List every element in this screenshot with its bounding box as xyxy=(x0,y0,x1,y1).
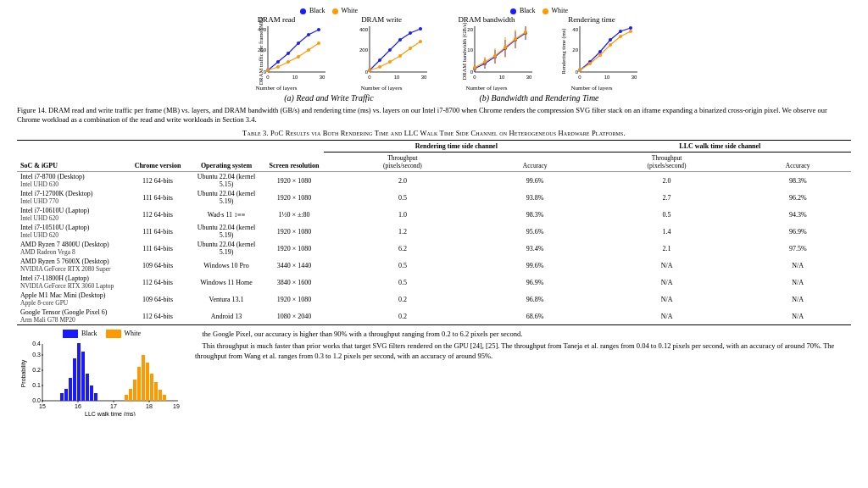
td-llc-accuracy: N/A xyxy=(744,308,851,325)
hist-black-bar-7 xyxy=(86,374,89,401)
td-llc-throughput: 2.0 xyxy=(589,172,745,190)
td-soc: Apple M1 Mac Mini (Desktop)Apple 8-core … xyxy=(17,291,127,308)
hist-white-legend: White xyxy=(106,330,141,338)
svg-text:30: 30 xyxy=(320,75,326,80)
td-llc-throughput: N/A xyxy=(589,274,745,291)
td-rt-accuracy: 99.6% xyxy=(481,257,589,274)
svg-text:0: 0 xyxy=(266,75,270,80)
hist-white-bar-2 xyxy=(129,389,132,401)
figure-caption: Figure 14. DRAM read and write traffic p… xyxy=(17,106,851,125)
svg-text:0: 0 xyxy=(578,75,581,80)
td-llc-throughput: 1.4 xyxy=(589,223,745,240)
td-llc-accuracy: 97.5% xyxy=(744,240,851,257)
td-rt-throughput: 0.5 xyxy=(324,274,481,291)
hist-black-bar-4 xyxy=(73,358,76,401)
black-legend-a: Black xyxy=(300,7,326,14)
td-chrome: 112 64-bits xyxy=(127,172,188,190)
td-os: Wad·s 11 ↕≡≡ xyxy=(188,206,264,223)
chart-dram-read: DRAM read 400 200 0 0 10 xyxy=(225,15,327,92)
hist-black-bar-5 xyxy=(77,343,81,401)
white-label-b: White xyxy=(551,7,568,14)
hist-white-bar-7 xyxy=(150,374,153,401)
svg-point-32 xyxy=(409,31,412,35)
chart-legend-b: Black White xyxy=(510,7,568,14)
svg-point-86 xyxy=(578,69,581,72)
hist-white-bar-5 xyxy=(142,355,145,401)
svg-point-11 xyxy=(297,42,300,45)
table-row: AMD Ryzen 7 4800U (Desktop)AMD Radeon Ve… xyxy=(17,240,851,257)
svg-point-39 xyxy=(419,40,422,43)
chart3-ylabel: DRAM bandwidth (GB/s) xyxy=(461,23,467,80)
hist-black-bar-6 xyxy=(81,352,85,401)
th-llc-accuracy: Accuracy xyxy=(744,152,851,172)
svg-text:10: 10 xyxy=(604,75,610,80)
td-soc: AMD Ryzen 5 7600X (Desktop)NVIDIA GeForc… xyxy=(17,257,127,274)
chart1-ylabel: DRAM traffic per frame (MB) xyxy=(258,18,264,86)
svg-point-29 xyxy=(378,58,381,62)
td-rt-throughput: 0.5 xyxy=(324,257,481,274)
td-rt-accuracy: 99.6% xyxy=(481,172,589,190)
td-chrome: 112 64-bits xyxy=(127,274,188,291)
td-soc: AMD Ryzen 7 4800U (Desktop)AMD Radeon Ve… xyxy=(17,240,127,257)
td-resolution: 1½0 × ±:80 xyxy=(264,206,324,223)
svg-point-33 xyxy=(419,27,422,30)
svg-text:400: 400 xyxy=(359,27,369,32)
svg-text:30: 30 xyxy=(526,75,532,80)
svg-text:30: 30 xyxy=(632,75,637,80)
hist-black-bar-3 xyxy=(69,378,72,401)
td-chrome: 109 64-bits xyxy=(127,291,188,308)
hist-black-legend: Black xyxy=(63,330,97,338)
white-label-a: White xyxy=(341,7,358,14)
td-soc: Intel i7-10610U (Laptop)Intel UHD 620 xyxy=(17,206,127,223)
svg-text:Probability: Probability xyxy=(20,359,27,387)
td-llc-throughput: N/A xyxy=(589,257,745,274)
svg-text:20: 20 xyxy=(572,47,578,53)
td-os: Ubuntu 22.04 (kernel 5.19) xyxy=(188,223,264,240)
chart-legend-a: Black White xyxy=(300,7,358,14)
table-body: Intel i7-8700 (Desktop)Intel UHD 630 112… xyxy=(17,172,851,325)
svg-point-19 xyxy=(317,42,320,45)
chart-rendering-time: Rendering time 40 20 0 0 10 30 xyxy=(541,15,643,92)
svg-text:10: 10 xyxy=(467,47,473,53)
chart1-xlabel: Number of layers xyxy=(225,85,327,92)
svg-point-38 xyxy=(409,47,412,50)
black-dot-b xyxy=(510,8,516,14)
table-row: AMD Ryzen 5 7600X (Desktop)NVIDIA GeForc… xyxy=(17,257,851,274)
td-rt-accuracy: 68.6% xyxy=(481,308,589,325)
histogram-svg: 0.0 0.1 0.2 0.3 0.4 15 16 17 18 19 xyxy=(17,340,182,416)
td-soc: Intel i7-8700 (Desktop)Intel UHD 630 xyxy=(17,172,127,190)
chart2-svg: 400 200 0 0 10 30 xyxy=(354,25,429,82)
table-row: Intel i7-10610U (Laptop)Intel UHD 620 11… xyxy=(17,206,851,223)
td-resolution: 3440 × 1440 xyxy=(264,257,324,274)
svg-text:20: 20 xyxy=(467,27,473,32)
svg-text:0: 0 xyxy=(368,75,371,80)
td-os: Ubuntu 22.04 (kernel 5.19) xyxy=(188,189,264,206)
td-os: Windows 10 Pro xyxy=(188,257,264,274)
svg-text:10: 10 xyxy=(394,75,400,80)
td-resolution: 1080 × 2040 xyxy=(264,308,324,325)
svg-point-87 xyxy=(588,62,592,65)
th-rendering: Rendering time side channel xyxy=(324,141,589,152)
hist-white-bar-3 xyxy=(133,380,136,401)
td-llc-throughput: 0.5 xyxy=(589,206,745,223)
hist-black-bar-9 xyxy=(94,393,97,401)
td-rt-throughput: 1.2 xyxy=(324,223,481,240)
svg-text:15: 15 xyxy=(39,403,46,409)
svg-text:0.3: 0.3 xyxy=(32,352,41,358)
th-resolution: Screen resolution xyxy=(264,141,324,172)
td-rt-accuracy: 96.9% xyxy=(481,274,589,291)
chart3-title: DRAM bandwidth xyxy=(436,15,537,24)
td-resolution: 1920 × 1080 xyxy=(264,223,324,240)
svg-point-14 xyxy=(266,69,270,72)
svg-point-91 xyxy=(629,30,632,33)
hist-white-bar-10 xyxy=(163,395,166,401)
td-rt-accuracy: 93.4% xyxy=(481,240,589,257)
chart-dram-bandwidth: DRAM bandwidth 20 10 0 0 10 30 xyxy=(436,15,537,92)
table-row: Intel i7-12700K (Desktop)Intel UHD 770 1… xyxy=(17,189,851,206)
table-title: Table 3. PoC Results via Both Rendering … xyxy=(17,129,851,137)
charts-section: Black White DRAM read xyxy=(17,7,851,103)
histogram-wrapper: 0.0 0.1 0.2 0.3 0.4 15 16 17 18 19 xyxy=(17,340,186,418)
td-os: Windows 11 Home xyxy=(188,274,264,291)
td-os: Ubuntu 22.04 (kernel 5.19) xyxy=(188,240,264,257)
td-chrome: 112 64-bits xyxy=(127,206,188,223)
